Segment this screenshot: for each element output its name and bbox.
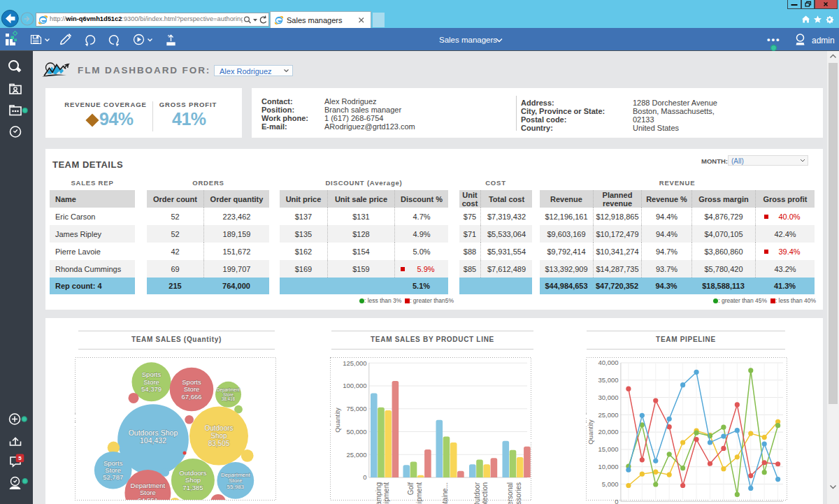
svg-text:Personal: Personal [506,482,514,504]
svg-text:55,983: 55,983 [227,484,245,490]
svg-text:Shop: Shop [210,432,227,440]
svg-text:75,000: 75,000 [346,405,366,412]
svg-text:25,000: 25,000 [598,411,618,419]
svg-text:Accessories: Accessories [515,482,522,504]
svg-text:Camping: Camping [375,482,382,504]
svg-text:71,385: 71,385 [182,484,203,491]
svg-text:Outdoors Shop: Outdoors Shop [129,429,178,437]
svg-text:30,000: 30,000 [598,394,618,401]
svg-text:10,000: 10,000 [598,463,618,470]
svg-text:100,000: 100,000 [343,382,366,389]
svg-text:Outdoor: Outdoor [473,482,481,504]
svg-text:5,000: 5,000 [602,480,619,488]
svg-text:54,379: 54,379 [141,385,162,393]
svg-text:35,000: 35,000 [598,376,618,384]
svg-text:Equipment: Equipment [382,482,390,504]
svg-text:67,666: 67,666 [181,393,201,401]
svg-text:52,787: 52,787 [103,473,123,481]
svg-text:25,000: 25,000 [346,451,366,459]
svg-text:50,000: 50,000 [346,428,366,435]
svg-text:Quantity: Quantity [587,419,594,445]
svg-text:0: 0 [615,498,618,504]
svg-text:5: 5 [18,455,22,461]
svg-text:125,000: 125,000 [343,359,366,367]
svg-text:Quantity: Quantity [334,408,341,433]
svg-text:0: 0 [363,473,366,481]
svg-text:Golf: Golf [407,482,415,496]
svg-text:Outdoors: Outdoors [204,424,233,432]
svg-text:Protection: Protection [481,482,489,504]
svg-text:38,418: 38,418 [222,396,236,401]
svg-text:Mountaine...: Mountaine... [441,482,449,504]
svg-text:15,000: 15,000 [598,445,618,453]
svg-text:20,000: 20,000 [598,428,618,435]
svg-text:83,505: 83,505 [208,440,230,447]
svg-text:104,432: 104,432 [140,436,166,445]
svg-text:Equipment: Equipment [415,482,423,504]
svg-text:40,000: 40,000 [598,359,618,366]
